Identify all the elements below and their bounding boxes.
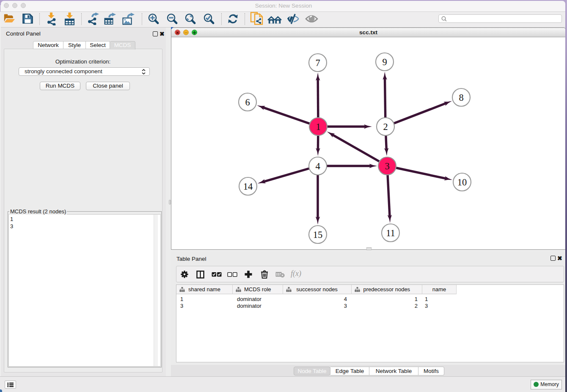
svg-text:11: 11 [386,228,395,238]
svg-text:14: 14 [243,181,253,192]
svg-text:2: 2 [383,121,388,132]
svg-text:4: 4 [315,161,320,171]
svg-text:7: 7 [315,58,320,68]
svg-text:6: 6 [245,97,250,108]
svg-text:9: 9 [382,57,387,67]
svg-text:1: 1 [316,121,320,132]
svg-text:3: 3 [385,161,389,171]
svg-text:10: 10 [457,177,467,188]
svg-text:15: 15 [313,229,323,240]
svg-text:8: 8 [459,92,463,103]
